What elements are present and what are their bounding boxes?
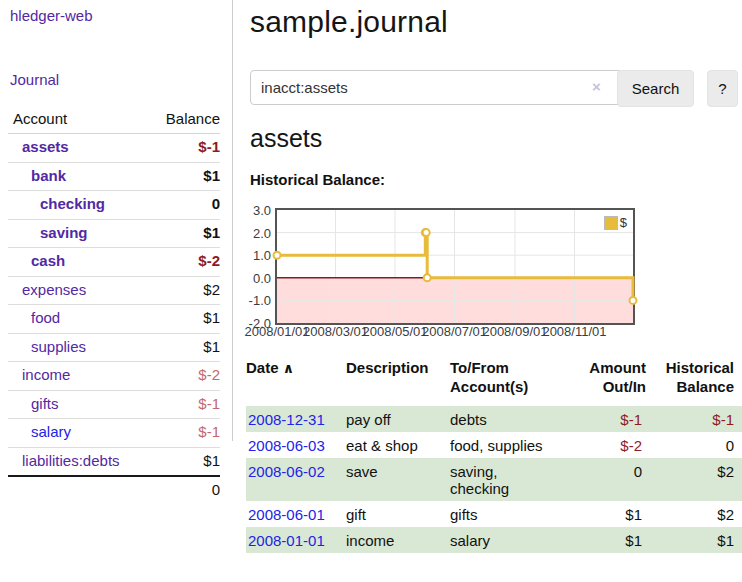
transaction-date-link[interactable]: 2008-12-31 [248, 411, 325, 428]
series-swatch-icon [604, 216, 618, 230]
data-point-marker [630, 297, 637, 304]
y-axis-tick-label: 1.0 [229, 248, 271, 263]
register-rows: 2008-12-31 pay off debts $-1 $-1 2008-06… [246, 406, 742, 553]
data-point-marker [424, 274, 431, 281]
accounts-total-value: 0 [212, 481, 220, 503]
register-table: Date ∧ Description To/From Account(s) Am… [246, 358, 742, 553]
transaction-description: pay off [346, 406, 450, 432]
transaction-description: save [346, 458, 450, 501]
y-axis-tick-label: 0.0 [229, 270, 271, 285]
x-axis-tick-label: 2008/09/01 [482, 324, 547, 339]
account-row: gifts $-1 [8, 391, 220, 420]
column-header-description: Description [346, 358, 450, 406]
column-header-balance: Historical Balance [646, 358, 742, 406]
data-point-marker [423, 229, 430, 236]
register-row: 2008-06-02 save saving, checking 0 $2 [246, 458, 742, 501]
chart-plot-area: $ [275, 208, 635, 325]
register-row: 2008-01-01 income salary $1 $1 [246, 527, 742, 553]
account-row: salary $-1 [8, 419, 220, 448]
transaction-amount: $-1 [582, 406, 646, 432]
column-header-date[interactable]: Date ∧ [246, 358, 346, 406]
series-label: $ [620, 215, 627, 230]
account-row: liabilities:debts $1 [8, 448, 220, 477]
transaction-accounts: gifts [450, 501, 582, 527]
account-row: bank $1 [8, 163, 220, 192]
account-balance: $-1 [198, 395, 220, 412]
search-input[interactable] [250, 70, 622, 105]
data-point-marker [274, 252, 281, 259]
transaction-amount: $1 [582, 501, 646, 527]
help-button[interactable]: ? [707, 70, 738, 107]
transaction-date-link[interactable]: 2008-06-01 [248, 506, 325, 523]
hledger-web-page: hledger-web Journal Account Balance asse… [0, 0, 742, 582]
register-row: 2008-06-03 eat & shop food, supplies $-2… [246, 432, 742, 458]
transaction-amount: 0 [582, 458, 646, 501]
accounts-header-balance: Balance [166, 110, 220, 127]
transaction-accounts: debts [450, 406, 582, 432]
transaction-balance: $1 [646, 527, 742, 553]
transaction-balance: $2 [646, 458, 742, 501]
account-link[interactable]: salary [8, 423, 71, 440]
chart-canvas [277, 210, 633, 323]
transaction-date-link[interactable]: 2008-01-01 [248, 532, 325, 549]
transaction-accounts: saving, checking [450, 458, 582, 501]
account-link[interactable]: assets [8, 138, 69, 155]
transaction-balance: $2 [646, 501, 742, 527]
account-row: assets $-1 [8, 134, 220, 163]
chart-title-label: Historical Balance: [250, 171, 385, 188]
account-balance: $1 [203, 167, 220, 184]
transaction-description: gift [346, 501, 450, 527]
register-header-row: Date ∧ Description To/From Account(s) Am… [246, 358, 742, 406]
transaction-balance: $-1 [646, 406, 742, 432]
transaction-accounts: food, supplies [450, 432, 582, 458]
account-link[interactable]: liabilities:debts [8, 452, 120, 469]
account-balance: $-2 [198, 366, 220, 383]
accounts-header: Account Balance [8, 106, 220, 134]
account-balance: $-1 [198, 138, 220, 155]
chart-legend: $ [602, 214, 629, 231]
transaction-date-link[interactable]: 2008-06-03 [248, 437, 325, 454]
balance-chart: $ 3.02.01.00.0-1.0-2.02008/01/012008/03/… [0, 200, 742, 350]
register-row: 2008-06-01 gift gifts $1 $2 [246, 501, 742, 527]
x-axis-tick-label: 2008/03/01 [303, 324, 368, 339]
transaction-description: income [346, 527, 450, 553]
account-link[interactable]: income [8, 366, 70, 383]
transaction-date-link[interactable]: 2008-06-02 [248, 463, 325, 480]
account-link[interactable]: gifts [8, 395, 59, 412]
transaction-description: eat & shop [346, 432, 450, 458]
x-axis-tick-label: 2008/11/01 [542, 324, 606, 339]
page-title: sample.journal [250, 0, 448, 44]
search-button[interactable]: Search [617, 70, 694, 107]
x-axis-tick-label: 2008/01/01 [244, 324, 309, 339]
column-header-accounts: To/From Account(s) [450, 358, 582, 406]
sort-ascending-icon: ∧ [283, 360, 293, 376]
transaction-accounts: salary [450, 527, 582, 553]
register-row: 2008-12-31 pay off debts $-1 $-1 [246, 406, 742, 432]
account-heading: assets [250, 124, 322, 153]
x-axis-tick-label: 2008/05/01 [362, 324, 427, 339]
sidebar-item-journal[interactable]: Journal [10, 71, 59, 88]
accounts-total-row: 0 [8, 475, 220, 503]
y-axis-tick-label: 3.0 [229, 203, 271, 218]
y-axis-tick-label: -1.0 [229, 293, 271, 308]
brand-link[interactable]: hledger-web [10, 7, 93, 24]
transaction-amount: $-2 [582, 432, 646, 458]
accounts-header-account: Account [8, 110, 67, 127]
account-link[interactable]: bank [8, 167, 66, 184]
clear-search-icon[interactable]: × [592, 79, 601, 94]
transaction-amount: $1 [582, 527, 646, 553]
account-balance: $1 [203, 452, 220, 469]
column-header-amount: Amount Out/In [582, 358, 646, 406]
x-axis-tick-label: 2008/07/01 [422, 324, 487, 339]
account-row: income $-2 [8, 362, 220, 391]
account-balance: $-1 [198, 423, 220, 440]
transaction-balance: 0 [646, 432, 742, 458]
y-axis-tick-label: 2.0 [229, 225, 271, 240]
